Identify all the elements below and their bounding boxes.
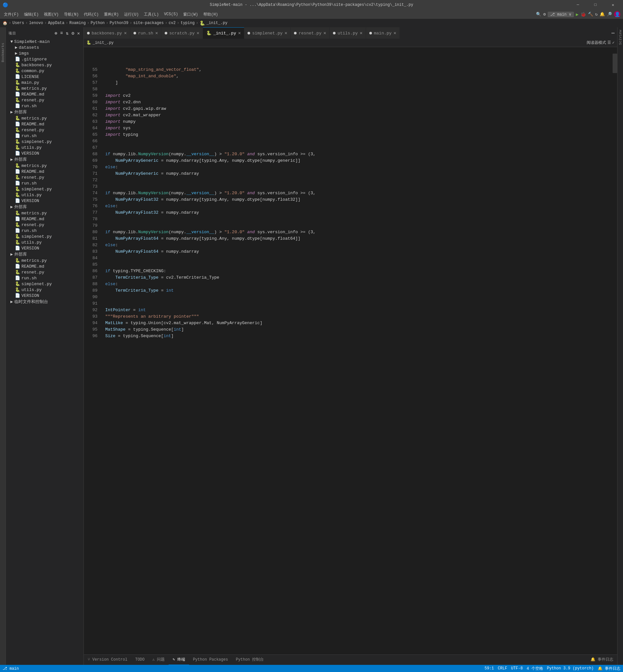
tree-item[interactable]: ▶ 外部库 [6,156,84,163]
tree-item[interactable]: 🐍 main.py [6,80,84,85]
sciview-tab[interactable]: SciView [618,27,623,48]
menu-edit[interactable]: 编辑(E) [22,10,41,19]
panel-terminal[interactable]: ✎ 终端 [169,655,189,665]
breadcrumb-roaming[interactable]: Roaming [69,21,85,25]
tree-item[interactable]: 🐍 resnet.py [6,175,84,180]
sidebar-sort-btn[interactable]: ⇅ [65,30,69,37]
panel-todo[interactable]: TODO [131,655,148,665]
panel-python-console[interactable]: Python 控制台 [232,655,268,665]
sidebar-settings-btn[interactable]: ⚙ [71,30,75,37]
tree-item[interactable]: 🐍 metrics.py [6,210,84,216]
maximize-button[interactable]: □ [588,0,603,10]
tree-item[interactable]: 📄 run.sh [6,275,84,281]
tab-run[interactable]: run.sh ✕ [130,27,161,39]
vcs-branch-icon[interactable]: ⎇ main ∨ [547,12,574,17]
tab-scratch[interactable]: scratch.py ✕ [161,27,203,39]
tree-item[interactable]: 📄 VERSION [6,198,84,204]
tree-item[interactable]: ▶ 临时文件和控制台 [6,299,84,305]
tree-item[interactable]: 🐍 simplenet.py [6,139,84,145]
status-interpreter[interactable]: Python 3.9 (pytorch) [547,666,594,671]
tree-item[interactable]: 📄 README.md [6,121,84,127]
menu-code[interactable]: 代码(C) [81,10,101,19]
tree-item[interactable]: 📄 run.sh [6,103,84,109]
tab-close-init[interactable]: ✕ [238,31,241,35]
tree-item[interactable]: 🐍 resnet.py [6,127,84,133]
settings-icon[interactable]: ⚙ [543,12,546,17]
panel-event-log[interactable]: 🔔 事件日志 [587,655,617,665]
tree-item[interactable]: ▶ 外部库 [6,109,84,115]
tab-close-simplenet[interactable]: ✕ [285,31,287,35]
menu-help[interactable]: 帮助(H) [201,10,221,19]
status-encoding[interactable]: UTF-8 [511,666,523,671]
tree-item[interactable]: 🐍 utils.py [6,287,84,293]
breadcrumb-typing[interactable]: typing [181,21,195,25]
tab-close-run[interactable]: ✕ [155,31,158,35]
tree-item[interactable]: ▶ datasets [6,44,84,50]
tab-resnet[interactable]: resnet.py ✕ [291,27,330,39]
breadcrumb-users[interactable]: Users [12,21,24,25]
minimize-button[interactable]: ─ [570,0,585,10]
tree-item[interactable]: 🐍 metrics.py [6,163,84,169]
tree-item[interactable]: 📄 VERSION [6,245,84,251]
close-button[interactable]: ✕ [605,0,620,10]
user-icon[interactable]: 👤 [614,11,620,18]
tree-item[interactable]: 🐍 backbones.py [6,62,84,68]
tree-item[interactable]: 🐍 common.py [6,68,84,74]
tab-backbones[interactable]: backbones.py ✕ [84,27,130,39]
tree-item[interactable]: 📄 .gitignore [6,56,84,62]
update-icon[interactable]: ↻ [595,12,598,17]
breadcrumb-cv2[interactable]: cv2 [169,21,176,25]
build-button[interactable]: 🔨 [588,12,593,17]
search-icon[interactable]: 🔎 [607,12,612,17]
menu-tools[interactable]: 工具(L) [141,10,161,19]
menu-vcs[interactable]: VCS(S) [161,11,181,18]
tree-item[interactable]: 🐍 resnet.py [6,97,84,103]
reader-mode-button[interactable]: 阅读器模式 ☰ ✓ [587,40,615,45]
tab-close-resnet[interactable]: ✕ [324,31,326,35]
tree-item[interactable]: 🐍 utils.py [6,239,84,245]
menu-navigate[interactable]: 导航(N) [61,10,82,19]
tree-item[interactable]: 📄 README.md [6,169,84,175]
status-position[interactable]: 59:1 [485,666,494,671]
status-vcs[interactable]: ⎇ main [3,666,19,671]
tree-item[interactable]: 📄 README.md [6,216,84,222]
breadcrumb-site-packages[interactable]: site-packages [133,21,164,25]
tree-item[interactable]: 🐍 metrics.py [6,85,84,91]
tab-more-button[interactable]: ⋯ [609,27,617,39]
sidebar-collapse-btn[interactable]: ≡ [59,30,64,36]
tree-item[interactable]: 📄 VERSION [6,293,84,299]
tree-item[interactable]: ▶ 外部库 [6,204,84,210]
tree-item[interactable]: 🐍 metrics.py [6,115,84,121]
code-content[interactable]: 55 "map_string_and_vector_float",56 "map… [84,47,613,654]
tree-item[interactable]: 🐍 simplenet.py [6,234,84,239]
notifications-icon[interactable]: 🔔 [600,12,605,17]
run-button[interactable]: ▶ [576,12,578,17]
breadcrumb-lenovo[interactable]: lenovo [29,21,43,25]
sidebar-hide-btn[interactable]: ✕ [77,30,81,37]
tree-item[interactable]: ▶ imgs [6,50,84,56]
tree-item[interactable]: 🐍 simplenet.py [6,186,84,192]
breadcrumb-appdata[interactable]: AppData [48,21,64,25]
status-line-ending[interactable]: CRLF [498,666,507,671]
breadcrumb-init[interactable]: 🐍 _init_.py [200,21,227,26]
tree-item[interactable]: 🐍 metrics.py [6,257,84,264]
menu-refactor[interactable]: 重构(R) [101,10,121,19]
tab-main[interactable]: main.py ✕ [366,27,400,39]
tab-close-main[interactable]: ✕ [394,31,396,35]
tree-item[interactable]: 🐍 resnet.py [6,222,84,228]
panel-problems[interactable]: ⚠ 问题 [148,655,169,665]
tab-close-scratch[interactable]: ✕ [197,31,199,35]
status-indent[interactable]: 4 个空格 [527,666,543,671]
tree-item[interactable]: 📄 README.md [6,264,84,269]
debug-button[interactable]: 🐞 [581,12,586,17]
breadcrumb-python[interactable]: Python [91,21,105,25]
tree-item[interactable]: 📄 LICENSE [6,74,84,80]
tree-item[interactable]: 📄 run.sh [6,228,84,234]
tree-item[interactable]: 🐍 utils.py [6,145,84,150]
breadcrumb-python39[interactable]: Python39 [110,21,129,25]
tab-close-backbones[interactable]: ✕ [124,31,127,35]
tree-item[interactable]: ▼ SimpleNet-main [6,39,84,44]
search-everywhere-icon[interactable]: 🔍 [536,12,541,17]
tree-item[interactable]: ▶ 外部库 [6,251,84,257]
breadcrumb-home[interactable]: 🏠 [3,21,7,26]
